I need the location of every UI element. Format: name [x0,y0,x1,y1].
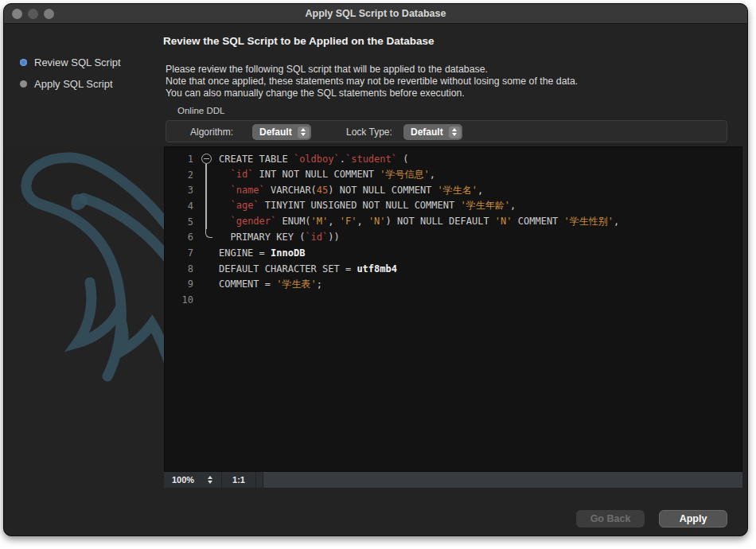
page-title: Review the SQL Script to be Applied on t… [163,35,435,47]
fold-gutter [193,245,219,261]
fold-guide-line [193,198,219,214]
zoom-stepper-icon[interactable] [202,476,218,484]
line-number: 3 [165,185,193,196]
code-line-4: 4 `age` TINYINT UNSIGNED NOT NULL COMMEN… [165,198,742,214]
fold-guide-line [193,167,219,183]
line-number: 2 [165,169,193,181]
code-text: `age` TINYINT UNSIGNED NOT NULL COMMENT … [219,199,516,212]
code-line-3: 3 `name` VARCHAR(45) NOT NULL COMMENT '学… [165,182,742,198]
code-text: DEFAULT CHARACTER SET = utf8mb4 [219,263,397,274]
code-text: `id` INT NOT NULL COMMENT '学号信息', [219,168,435,181]
wizard-step-label: Review SQL Script [34,56,121,68]
code-line-9: 9COMMENT = '学生表'; [165,277,742,293]
algorithm-value: Default [252,127,298,138]
wizard-steps: Review SQL ScriptApply SQL Script [20,55,163,98]
line-number: 5 [165,216,193,228]
code-line-6: 6 PRIMARY KEY (`id`)) [165,229,742,245]
fold-guide-line [193,214,219,230]
fold-collapse-icon[interactable] [193,151,219,167]
line-number: 4 [165,201,193,212]
title-bar: Apply SQL Script to Database [4,4,747,24]
minimize-button-icon[interactable] [28,9,38,19]
cursor-position: 1:1 [225,475,252,485]
lock-type-dropdown[interactable]: Default [403,124,462,140]
scrollbar-track[interactable] [263,472,742,488]
mysql-dolphin-watermark-icon [4,147,175,386]
sql-editor[interactable]: 1CREATE TABLE `oldboy`.`student` (2 `id`… [164,146,742,472]
algorithm-label: Algorithm: [190,127,233,138]
code-line-7: 7ENGINE = InnoDB [165,245,742,261]
apply-button[interactable]: Apply [659,510,727,528]
code-line-2: 2 `id` INT NOT NULL COMMENT '学号信息', [165,167,742,183]
code-lines: 1CREATE TABLE `oldboy`.`student` (2 `id`… [165,151,742,308]
code-text: `gender` ENUM('M', 'F', 'N') NOT NULL DE… [219,215,619,228]
fold-gutter [193,261,219,277]
code-text: ENGINE = InnoDB [219,247,305,259]
algorithm-dropdown[interactable]: Default [252,124,311,140]
status-divider [221,472,222,488]
apply-sql-script-dialog: Apply SQL Script to Database Review SQL … [3,3,748,536]
code-line-1: 1CREATE TABLE `oldboy`.`student` ( [165,151,742,167]
lock-type-value: Default [403,127,449,138]
description-text: Please review the following SQL script t… [166,64,578,99]
online-ddl-groupbox: Algorithm: Default Lock Type: Default [166,120,727,142]
zoom-button-icon[interactable] [44,9,54,19]
fold-guide-end [193,229,219,245]
wizard-step-2: Apply SQL Script [20,76,163,91]
online-ddl-group-label: Online DDL [177,106,224,115]
code-line-10: 10 [165,292,742,308]
line-number: 6 [165,232,193,243]
line-number: 7 [165,247,193,259]
lock-type-label: Lock Type: [346,127,392,138]
fold-gutter [193,277,219,293]
line-number: 9 [165,278,193,290]
code-text: PRIMARY KEY (`id`)) [219,232,340,243]
code-line-5: 5 `gender` ENUM('M', 'F', 'N') NOT NULL … [165,214,742,230]
description-line: Please review the following SQL script t… [166,64,578,76]
line-number: 8 [165,263,193,274]
code-line-8: 8DEFAULT CHARACTER SET = utf8mb4 [165,261,742,277]
line-number: 10 [165,294,193,306]
code-text: COMMENT = '学生表'; [219,278,322,291]
chevron-up-down-icon [298,127,310,138]
code-text: CREATE TABLE `oldboy`.`student` ( [219,154,408,165]
line-number: 1 [165,154,193,165]
chevron-up-down-icon [449,127,461,138]
code-text: `name` VARCHAR(45) NOT NULL COMMENT '学生名… [219,184,483,197]
fold-gutter [193,292,219,308]
editor-status-bar: 100% 1:1 [164,472,742,488]
description-line: You can also manually change the SQL sta… [166,88,578,99]
window-title: Apply SQL Script to Database [306,8,446,19]
status-divider [255,472,256,488]
active-step-dot-icon [20,59,27,66]
zoom-level: 100% [164,475,202,485]
description-line: Note that once applied, these statements… [166,76,578,88]
step-dot-icon [20,80,27,88]
wizard-step-1: Review SQL Script [20,55,163,69]
wizard-step-label: Apply SQL Script [34,78,113,90]
go-back-button[interactable]: Go Back [576,510,645,528]
fold-guide-line [193,182,219,198]
close-button-icon[interactable] [12,9,22,19]
traffic-lights [12,9,54,19]
